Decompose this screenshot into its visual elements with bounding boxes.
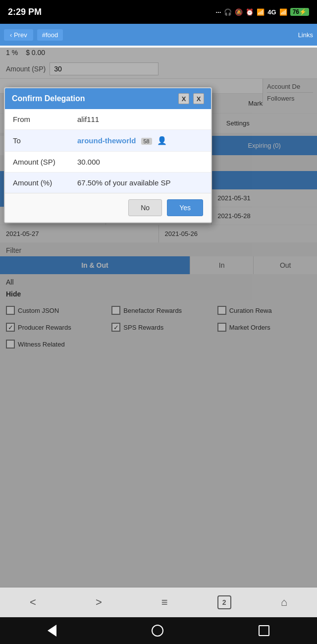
nav-prev-btn[interactable]: ‹ Prev bbox=[4, 29, 33, 41]
android-back-btn[interactable] bbox=[48, 625, 56, 637]
to-value: around-theworld 58 👤 bbox=[77, 136, 203, 145]
top-nav: ‹ Prev #food Links bbox=[0, 24, 317, 46]
recent-square-icon bbox=[259, 625, 269, 636]
to-label: To bbox=[13, 136, 77, 145]
signal-icon: 📶 bbox=[257, 8, 264, 16]
modal-overlay: Confirm Delegation X X From alif111 bbox=[0, 48, 317, 587]
amount-pct-value: 67.50% of your available SP bbox=[77, 178, 203, 187]
amount-pct-label: Amount (%) bbox=[13, 178, 77, 187]
android-recent-btn[interactable] bbox=[259, 625, 269, 636]
amount-sp-value: 30.000 bbox=[77, 158, 203, 166]
mute-icon: 🔕 bbox=[235, 8, 243, 16]
headphone-icon: 🎧 bbox=[224, 8, 232, 16]
forward-btn[interactable]: > bbox=[86, 592, 112, 613]
android-home-btn[interactable] bbox=[152, 625, 163, 637]
dialog-close-btn-x1[interactable]: X bbox=[178, 93, 189, 104]
user-icon: 👤 bbox=[157, 136, 167, 145]
home-btn[interactable]: ⌂ bbox=[271, 592, 297, 613]
4g-icon: 4G bbox=[267, 8, 276, 16]
back-triangle-icon bbox=[48, 625, 56, 637]
from-label: From bbox=[13, 115, 77, 123]
reputation-badge: 58 bbox=[141, 138, 152, 145]
status-time: 2:29 PM bbox=[8, 7, 42, 17]
no-button[interactable]: No bbox=[128, 199, 162, 216]
dialog-title: Confirm Delegation bbox=[12, 94, 85, 103]
dialog-close-btn-x2[interactable]: X bbox=[193, 93, 204, 104]
amount-sp-label: Amount (SP) bbox=[13, 158, 77, 166]
bottom-nav: < > ≡ 2 ⌂ bbox=[0, 587, 317, 644]
dialog-actions: No Yes bbox=[5, 193, 211, 222]
dialog-row-amount-pct: Amount (%) 67.50% of your available SP bbox=[5, 173, 211, 193]
tab-count[interactable]: 2 bbox=[217, 595, 231, 609]
battery-icon: 76⚡ bbox=[290, 8, 309, 16]
dialog-header: Confirm Delegation X X bbox=[5, 88, 211, 109]
main-scrollable: ‹ Prev #food Links 1 % $ 0.00 Confirm De… bbox=[0, 24, 317, 587]
signal2-icon: 📶 bbox=[279, 8, 287, 16]
android-nav bbox=[0, 617, 317, 644]
confirm-delegation-dialog: Confirm Delegation X X From alif111 bbox=[4, 87, 212, 223]
back-btn[interactable]: < bbox=[20, 592, 46, 613]
nav-tag: #food bbox=[37, 29, 63, 41]
dialog-body: From alif111 To around-theworld 58 👤 Amo… bbox=[5, 109, 211, 193]
home-circle-icon bbox=[152, 625, 163, 637]
dots-icon: ··· bbox=[215, 8, 221, 16]
dialog-row-from: From alif111 bbox=[5, 109, 211, 130]
yes-button[interactable]: Yes bbox=[167, 199, 203, 216]
status-icons: ··· 🎧 🔕 ⏰ 📶 4G 📶 76⚡ bbox=[215, 8, 309, 16]
menu-btn[interactable]: ≡ bbox=[152, 592, 178, 613]
dialog-row-amount-sp: Amount (SP) 30.000 bbox=[5, 152, 211, 173]
links-label: Links bbox=[298, 31, 313, 39]
to-username[interactable]: around-theworld bbox=[77, 136, 136, 145]
from-value: alif111 bbox=[77, 115, 203, 123]
dialog-row-to: To around-theworld 58 👤 bbox=[5, 130, 211, 152]
browser-nav-bar: < > ≡ 2 ⌂ bbox=[0, 587, 317, 617]
status-bar: 2:29 PM ··· 🎧 🔕 ⏰ 📶 4G 📶 76⚡ bbox=[0, 0, 317, 24]
alarm-icon: ⏰ bbox=[246, 8, 254, 16]
